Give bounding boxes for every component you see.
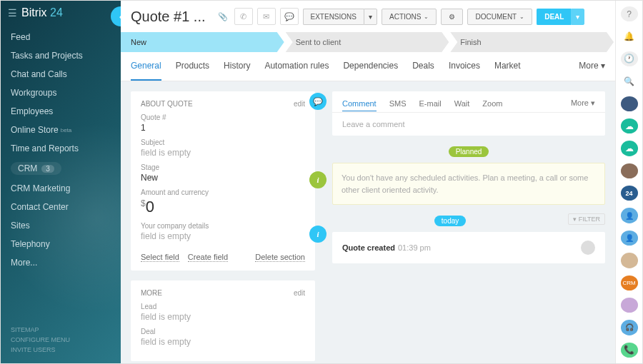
avatar[interactable] <box>581 241 595 255</box>
comment-tab-sms[interactable]: SMS <box>389 99 407 108</box>
sidebar-item-time[interactable]: Time and Reports <box>1 139 121 158</box>
user-icon[interactable]: 👤 <box>621 208 638 223</box>
amount-value[interactable]: $0 <box>141 198 305 216</box>
stage-finish[interactable]: Finish <box>450 32 614 52</box>
phone-icon[interactable]: 📞 <box>621 343 638 358</box>
avatar[interactable] <box>621 163 638 178</box>
planned-badge: Planned <box>449 146 489 157</box>
event-title: Quote created <box>342 243 395 252</box>
logo: Bitrix 24 <box>21 6 63 19</box>
sidebar-item-sites[interactable]: Sites <box>1 216 121 235</box>
crm-icon[interactable]: CRM <box>621 275 638 290</box>
sidebar: ☰ Bitrix 24 ‹ Feed Tasks and Projects Ch… <box>1 1 121 363</box>
more-title: MORE <box>141 289 162 297</box>
info-icon: i <box>309 226 327 243</box>
rightbar: ? 🔔 🕐 🔍 ☁ ☁ 24 👤 👤 CRM 🎧 📞 <box>615 1 642 363</box>
subject-value[interactable]: field is empty <box>141 148 305 158</box>
sidebar-item-crm[interactable]: CRM3 <box>1 158 121 179</box>
subject-label: Subject <box>141 138 305 146</box>
sidebar-item-telephony[interactable]: Telephony <box>1 235 121 253</box>
detail-tabs: General Products History Automation rule… <box>121 52 615 81</box>
deal-label: Deal <box>141 328 305 335</box>
avatar[interactable] <box>621 253 638 268</box>
stage-label: Stage <box>141 163 305 171</box>
stage-value[interactable]: New <box>141 173 305 183</box>
sidebar-item-more[interactable]: More... <box>1 253 121 272</box>
tab-automation[interactable]: Automation rules <box>264 52 329 81</box>
comment-tab-wait[interactable]: Wait <box>454 99 470 108</box>
extensions-button[interactable]: EXTENSIONS <box>303 9 364 25</box>
deal-button[interactable]: DEAL <box>537 9 571 25</box>
email-icon[interactable]: ✉ <box>257 8 276 25</box>
deal-value[interactable]: field is empty <box>141 337 305 347</box>
info-icon: i <box>309 171 327 188</box>
event-time: 01:39 pm <box>398 243 431 252</box>
comment-tab-email[interactable]: E-mail <box>419 99 442 108</box>
stage-new[interactable]: New <box>121 32 284 52</box>
select-field-link[interactable]: Select field <box>141 253 179 262</box>
menu-icon[interactable]: ☰ <box>8 7 17 19</box>
bell-icon[interactable]: 🔔 <box>621 29 638 44</box>
main-panel: Quote #1 ... 📎 ✆ ✉ 💬 EXTENSIONS ▾ ACTION… <box>121 1 615 363</box>
tab-history[interactable]: History <box>224 52 250 81</box>
stage-bar: New Sent to client Finish <box>121 32 615 52</box>
document-button[interactable]: DOCUMENT ⌄ <box>467 9 532 25</box>
sidebar-item-crmmarketing[interactable]: CRM Marketing <box>1 179 121 198</box>
chat-icon[interactable]: 💬 <box>280 8 299 25</box>
comment-input[interactable]: Leave a comment <box>332 113 605 136</box>
delete-section-link[interactable]: Delete section <box>255 253 305 262</box>
tab-dependencies[interactable]: Dependencies <box>343 52 398 81</box>
tab-general[interactable]: General <box>131 52 161 81</box>
settings-button[interactable]: ⚙ <box>441 9 463 25</box>
tab-deals[interactable]: Deals <box>412 52 434 81</box>
about-edit-link[interactable]: edit <box>294 100 305 108</box>
support-icon[interactable]: 🎧 <box>621 320 638 335</box>
tab-more[interactable]: More ▾ <box>579 52 605 81</box>
sidebar-item-feed[interactable]: Feed <box>1 28 121 46</box>
page-title: Quote #1 ... <box>131 9 206 25</box>
quote-num-label: Quote # <box>141 113 305 121</box>
configure-menu-link[interactable]: CONFIGURE MENU <box>11 336 70 343</box>
phone-icon[interactable]: ✆ <box>234 8 253 25</box>
sitemap-link[interactable]: SITEMAP <box>11 326 70 333</box>
tab-market[interactable]: Market <box>494 52 521 81</box>
sidebar-item-chat[interactable]: Chat and Calls <box>1 65 121 84</box>
create-field-link[interactable]: Create field <box>188 253 228 262</box>
sidebar-nav: Feed Tasks and Projects Chat and Calls W… <box>1 25 121 275</box>
help-icon[interactable]: ? <box>621 6 638 21</box>
tab-invoices[interactable]: Invoices <box>449 52 480 81</box>
attachment-icon[interactable]: 📎 <box>216 8 230 25</box>
sidebar-item-workgroups[interactable]: Workgroups <box>1 84 121 102</box>
extensions-dropdown[interactable]: ▾ <box>364 9 377 25</box>
comment-tab-comment[interactable]: Comment <box>342 99 377 111</box>
company-value[interactable]: field is empty <box>141 231 305 241</box>
avatar[interactable] <box>621 96 638 111</box>
actions-button[interactable]: ACTIONS ⌄ <box>382 9 437 25</box>
about-quote-card: ABOUT QUOTE edit Quote #1 Subjectfield i… <box>131 91 315 271</box>
cloud-icon[interactable]: ☁ <box>621 141 638 156</box>
topbar: Quote #1 ... 📎 ✆ ✉ 💬 EXTENSIONS ▾ ACTION… <box>121 1 615 32</box>
avatar[interactable] <box>621 298 638 313</box>
sidebar-item-employees[interactable]: Employees <box>1 102 121 121</box>
tab-products[interactable]: Products <box>176 52 209 81</box>
sidebar-item-tasks[interactable]: Tasks and Projects <box>1 46 121 65</box>
deal-dropdown[interactable]: ▾ <box>571 9 584 25</box>
clock-icon[interactable]: 🕐 <box>621 51 638 66</box>
invite-users-link[interactable]: INVITE USERS <box>11 346 70 353</box>
planned-note: You don't have any scheduled activities.… <box>332 163 605 205</box>
stage-sent[interactable]: Sent to client <box>286 32 449 52</box>
sidebar-item-contactcenter[interactable]: Contact Center <box>1 198 121 216</box>
today-badge: today <box>434 216 466 226</box>
quote-created-event: Quote created 01:39 pm <box>332 232 605 263</box>
bitrix24-icon[interactable]: 24 <box>621 186 638 201</box>
filter-button[interactable]: ▾ FILTER <box>568 213 605 225</box>
search-icon[interactable]: 🔍 <box>621 74 638 89</box>
sidebar-item-onlinestore[interactable]: Online Storebeta <box>1 121 121 139</box>
cloud-icon[interactable]: ☁ <box>621 118 638 133</box>
company-label: Your company details <box>141 222 305 230</box>
comment-tab-zoom[interactable]: Zoom <box>482 99 502 108</box>
user-icon[interactable]: 👤 <box>621 231 638 246</box>
more-edit-link[interactable]: edit <box>294 289 305 297</box>
lead-value[interactable]: field is empty <box>141 312 305 322</box>
comment-tab-more[interactable]: More ▾ <box>571 98 595 108</box>
